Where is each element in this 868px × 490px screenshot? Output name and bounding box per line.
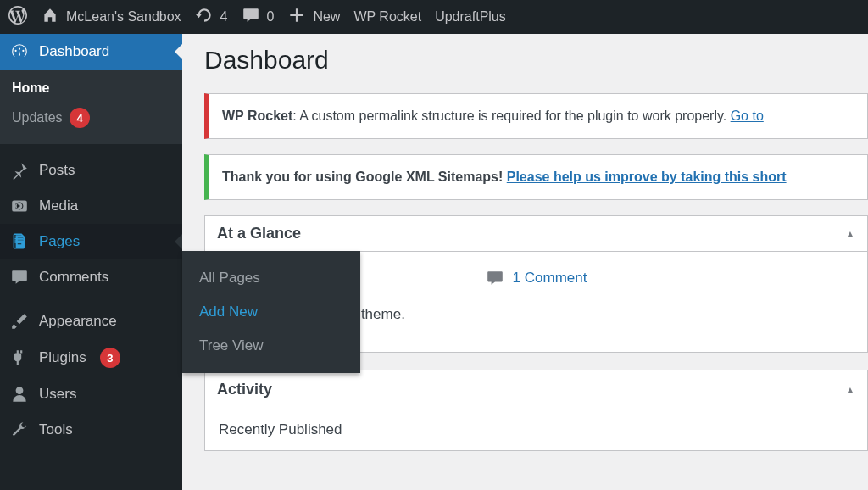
chevron-up-icon[interactable]: ▲: [845, 384, 855, 396]
chevron-up-icon[interactable]: ▲: [845, 228, 855, 240]
menu-comments-label: Comments: [39, 269, 108, 286]
brush-icon: [10, 312, 29, 331]
user-icon: [10, 385, 29, 404]
comments-icon: [10, 268, 29, 287]
menu-pages[interactable]: Pages: [0, 224, 182, 259]
menu-dashboard[interactable]: Dashboard: [0, 34, 182, 70]
metabox-header[interactable]: Activity ▲: [205, 370, 867, 409]
updates-link[interactable]: 4: [195, 6, 228, 28]
updates-count: 4: [220, 9, 228, 25]
plus-icon: [287, 6, 306, 28]
comments-count: 0: [267, 9, 275, 25]
notice-strong: Thank you for using Google XML Sitemaps!: [222, 170, 507, 184]
metabox-title: At a Glance: [217, 225, 301, 242]
menu-media-label: Media: [39, 198, 78, 214]
notice-wp-rocket: WP Rocket: A custom permalink structure …: [204, 93, 868, 139]
menu-appearance-label: Appearance: [39, 313, 117, 330]
comment-icon: [242, 6, 260, 28]
wp-logo[interactable]: [8, 6, 27, 28]
menu-posts-label: Posts: [39, 162, 75, 179]
dashboard-icon: [10, 42, 29, 61]
plugins-badge: 3: [100, 348, 120, 368]
menu-posts[interactable]: Posts: [0, 153, 182, 188]
pages-flyout: All Pages Add New Tree View: [182, 251, 360, 373]
menu-pages-label: Pages: [39, 233, 80, 250]
metabox-title: Activity: [217, 381, 272, 398]
glance-comment-link[interactable]: 1 Comment: [513, 270, 587, 287]
notice-link[interactable]: Please help us improve by taking this sh…: [507, 170, 787, 184]
submenu-dashboard: Home Updates 4: [0, 70, 182, 144]
updates-badge: 4: [70, 108, 90, 128]
menu-plugins[interactable]: Plugins 3: [0, 339, 182, 376]
metabox-activity: Activity ▲ Recently Published: [204, 370, 868, 451]
new-label: New: [313, 9, 340, 25]
new-link[interactable]: New: [287, 6, 340, 28]
menu-plugins-label: Plugins: [39, 349, 86, 366]
menu-dashboard-label: Dashboard: [39, 43, 109, 60]
flyout-add-new[interactable]: Add New: [182, 295, 360, 329]
flyout-tree-view[interactable]: Tree View: [182, 329, 360, 363]
menu-tools[interactable]: Tools: [0, 412, 182, 448]
admin-sidebar: Dashboard Home Updates 4 Posts Media Pag…: [0, 34, 182, 490]
comments-link[interactable]: 0: [242, 6, 275, 28]
comment-icon: [486, 269, 504, 287]
notice-strong: WP Rocket: [222, 109, 292, 123]
menu-media[interactable]: Media: [0, 188, 182, 224]
metabox-header[interactable]: At a Glance ▲: [205, 216, 867, 252]
notice-link[interactable]: Go to: [731, 109, 764, 123]
pin-icon: [10, 161, 29, 180]
wrench-icon: [10, 420, 29, 439]
menu-users[interactable]: Users: [0, 376, 182, 412]
home-icon: [41, 6, 59, 28]
updraftplus-link[interactable]: UpdraftPlus: [435, 9, 506, 25]
wp-rocket-link[interactable]: WP Rocket: [353, 9, 421, 25]
menu-tools-label: Tools: [39, 421, 73, 438]
activity-recent-label: Recently Published: [219, 421, 342, 437]
plug-icon: [10, 348, 29, 367]
menu-appearance[interactable]: Appearance: [0, 303, 182, 339]
page-title: Dashboard: [204, 46, 868, 75]
wordpress-icon: [8, 6, 27, 28]
admin-bar: McLean's Sandbox 4 0 New WP Rocket Updra…: [0, 0, 868, 34]
metabox-body: Recently Published: [205, 409, 867, 450]
media-icon: [10, 197, 29, 215]
pages-icon: [10, 232, 29, 251]
menu-comments[interactable]: Comments: [0, 259, 182, 295]
notice-xml-sitemaps: Thank you for using Google XML Sitemaps!…: [204, 154, 868, 200]
update-icon: [195, 6, 214, 28]
flyout-all-pages[interactable]: All Pages: [182, 261, 360, 295]
submenu-home[interactable]: Home: [0, 75, 182, 102]
site-name-link[interactable]: McLean's Sandbox: [41, 6, 181, 28]
menu-users-label: Users: [39, 386, 76, 403]
submenu-updates[interactable]: Updates 4: [0, 102, 182, 134]
separator: [0, 295, 182, 303]
separator: [0, 144, 182, 153]
site-name: McLean's Sandbox: [66, 9, 181, 25]
